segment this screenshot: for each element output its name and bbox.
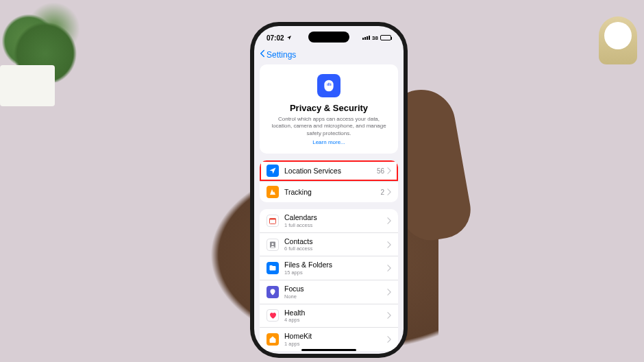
settings-row-calendars[interactable]: Calendars1 full access	[260, 209, 398, 233]
row-body: Calendars1 full access	[284, 213, 387, 228]
row-subtitle: 4 apps	[284, 317, 387, 323]
row-subtitle: 1 apps	[284, 341, 387, 347]
chevron-right-icon	[387, 217, 391, 224]
row-body: Files & Folders15 apps	[284, 261, 387, 276]
row-subtitle: 15 apps	[284, 269, 387, 276]
home-icon	[267, 333, 279, 346]
settings-row-tracking[interactable]: Tracking2	[260, 182, 398, 202]
back-label: Settings	[267, 50, 296, 60]
row-value: 2	[380, 189, 384, 196]
row-body: FocusNone	[284, 285, 387, 300]
chevron-right-icon	[387, 167, 391, 174]
row-body: Health4 apps	[284, 309, 387, 324]
chevron-right-icon	[387, 336, 391, 343]
row-label: Tracking	[284, 188, 380, 197]
row-label: Health	[284, 309, 387, 317]
row-subtitle: None	[284, 293, 387, 300]
contacts-icon	[267, 239, 279, 251]
settings-group-2: Calendars1 full accessContacts6 full acc…	[260, 209, 398, 351]
row-body: Tracking	[284, 188, 380, 197]
header-card: Privacy & Security Control which apps ca…	[260, 64, 398, 154]
row-subtitle: 1 full access	[284, 222, 387, 228]
row-body: Location Services	[284, 167, 377, 176]
settings-row-files-folders[interactable]: Files & Folders15 apps	[260, 256, 398, 280]
nav-bar: Settings	[254, 47, 404, 62]
settings-row-location-services[interactable]: Location Services56	[260, 160, 398, 182]
chevron-left-icon	[260, 49, 265, 60]
svg-rect-1	[270, 218, 276, 219]
row-label: Location Services	[284, 167, 377, 176]
settings-row-contacts[interactable]: Contacts6 full access	[260, 233, 398, 257]
row-label: Calendars	[284, 213, 387, 222]
settings-row-focus[interactable]: FocusNone	[260, 280, 398, 304]
row-label: HomeKit	[284, 332, 387, 341]
svg-point-3	[272, 243, 274, 245]
phone-screen: 07:02 38 Settings	[254, 26, 404, 354]
privacy-hand-icon	[317, 74, 340, 97]
battery-icon	[380, 35, 391, 40]
chevron-right-icon	[387, 241, 391, 248]
settings-row-homekit[interactable]: HomeKit1 apps	[260, 328, 398, 351]
row-body: HomeKit1 apps	[284, 332, 387, 347]
row-value: 56	[377, 167, 384, 175]
settings-row-health[interactable]: Health4 apps	[260, 304, 398, 328]
decor-pot	[0, 65, 55, 106]
row-label: Focus	[284, 285, 387, 293]
health-icon	[267, 309, 279, 322]
home-indicator[interactable]	[301, 349, 356, 351]
location-active-icon	[286, 34, 292, 42]
row-label: Files & Folders	[284, 261, 387, 269]
signal-icon	[362, 36, 370, 40]
settings-scroll[interactable]: Privacy & Security Control which apps ca…	[254, 64, 404, 354]
tracking-icon	[267, 186, 279, 198]
chevron-right-icon	[387, 265, 391, 272]
calendar-icon	[267, 215, 279, 227]
row-subtitle: 6 full access	[284, 245, 387, 252]
settings-group-1: Location Services56Tracking2	[260, 160, 398, 202]
location-icon	[267, 165, 279, 177]
decor-clock	[599, 16, 637, 64]
row-body: Contacts6 full access	[284, 237, 387, 252]
phone-frame: 07:02 38 Settings	[250, 22, 408, 358]
page-description: Control which apps can access your data,…	[268, 116, 390, 137]
chevron-right-icon	[387, 312, 391, 319]
row-label: Contacts	[284, 237, 387, 246]
learn-more-link[interactable]: Learn more...	[268, 139, 390, 145]
status-time: 07:02	[267, 34, 284, 42]
files-icon	[267, 262, 279, 274]
back-button[interactable]: Settings	[260, 49, 296, 60]
chevron-right-icon	[387, 189, 391, 195]
chevron-right-icon	[387, 289, 391, 295]
page-title: Privacy & Security	[268, 103, 390, 113]
focus-icon	[267, 286, 279, 298]
dynamic-island	[308, 32, 349, 43]
battery-percentage: 38	[372, 35, 378, 41]
